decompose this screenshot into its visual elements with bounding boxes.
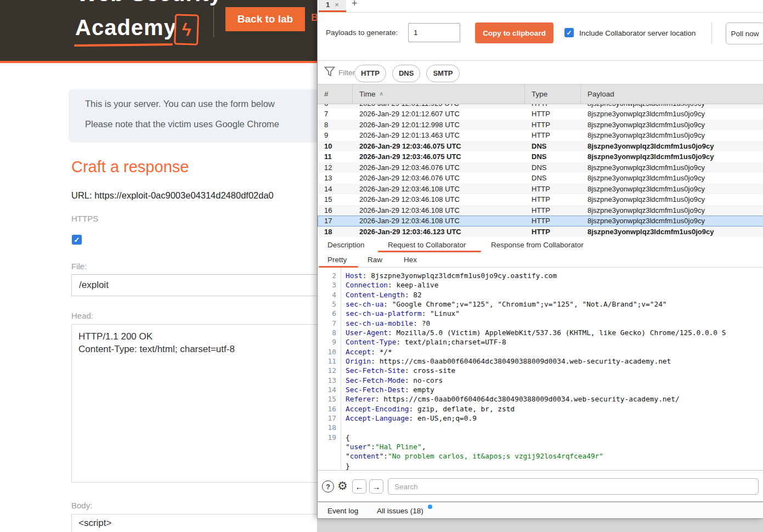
code-line: 9Content-Type: text/plain;charset=UTF-8 (318, 337, 763, 347)
code-line: 16Accept-Encoding: gzip, deflate, br, zs… (318, 404, 763, 414)
include-location-label: Include Collaborator server location (579, 29, 696, 37)
tab-response-from-collaborator[interactable]: Response from Collaborator (491, 241, 584, 249)
server-info-box (69, 89, 327, 143)
burp-collaborator-window: 1 × + Payloads to generate: 1 Copy to cl… (317, 0, 763, 519)
view-tabs: Pretty Raw Hex (318, 253, 763, 268)
collab-row-18[interactable]: 182026-Jan-29 12:03:46.123 UTCHTTP8jszpn… (318, 227, 763, 237)
collaborator-tab[interactable]: 1 × (319, 0, 346, 12)
code-line: 7sec-ch-ua-mobile: ?0 (318, 319, 763, 328)
code-line: 8User-Agent: Mozilla/5.0 (Victim) AppleW… (318, 328, 763, 337)
collab-row-6[interactable]: 62026-Jan-29 12:01:11.925 UTCHTTP8jszpne… (318, 104, 763, 109)
code-line: 2Host: 8jszpne3yonwplqz3ldcmfm1us0jo9cy.… (318, 271, 763, 280)
header-divider (213, 7, 214, 37)
collab-table-header: #Time∧TypePayload (318, 84, 763, 104)
close-icon[interactable]: × (335, 1, 339, 9)
filter-label: Filter (338, 69, 355, 77)
detail-tabs: Description Request to Collaborator Resp… (318, 237, 763, 253)
tabbar-divider (318, 12, 763, 13)
code-line: } (318, 461, 763, 471)
request-editor-lines[interactable]: 2Host: 8jszpne3yonwplqz3ldcmfm1us0jo9cy.… (318, 268, 763, 471)
payloads-label: Payloads to generate: (326, 29, 398, 37)
body-label: Body: (71, 501, 92, 510)
poll-now-button[interactable]: Poll now (726, 22, 763, 44)
code-line: 15Referer: https://cms-0aab00f604064dc38… (318, 394, 763, 404)
back-to-lab-button[interactable]: Back to lab (225, 7, 305, 31)
collab-row-11[interactable]: 112026-Jan-29 12:03:46.075 UTCDNS8jszpne… (318, 151, 763, 162)
clipped-row-wrap: 62026-Jan-29 12:01:11.925 UTCHTTP8jszpne… (318, 104, 763, 109)
server-info-line2: Please note that the victim uses Google … (85, 119, 279, 129)
filter-pills: HTTPDNSSMTP (354, 65, 460, 82)
column-header-time[interactable]: Time∧ (353, 84, 525, 104)
tab-label: 1 (326, 1, 330, 9)
server-info-line1: This is your server. You can use the for… (85, 99, 275, 109)
column-header-type[interactable]: Type (525, 84, 581, 104)
back-arrow-button[interactable]: ← (352, 479, 366, 494)
collab-row-17[interactable]: 172026-Jan-29 12:03:46.108 UTCHTTP8jszpn… (318, 216, 763, 227)
issues-notification-dot (428, 505, 432, 509)
collab-row-8[interactable]: 82026-Jan-29 12:01:12.998 UTCHTTP8jszpne… (318, 120, 763, 131)
check-icon: ✓ (74, 236, 80, 244)
file-input[interactable]: /exploit (71, 274, 328, 296)
code-line: 18 (318, 423, 763, 432)
tab-raw[interactable]: Raw (368, 256, 382, 264)
payloads-input[interactable]: 1 (408, 23, 460, 42)
code-line: 17Accept-Language: en-US,en;q=0.9 (318, 414, 763, 423)
head-textarea[interactable]: HTTP/1.1 200 OK Content-Type: text/html;… (71, 324, 328, 483)
academy-logo: Academy (75, 15, 177, 40)
filter-pill-http[interactable]: HTTP (354, 65, 386, 82)
desktop-background-strip (317, 518, 763, 532)
gutter-divider (341, 268, 341, 471)
code-line: 6sec-ch-ua-platform: "Linux" (318, 309, 763, 318)
tab-description[interactable]: Description (327, 241, 365, 249)
collab-row-12[interactable]: 122026-Jan-29 12:03:46.076 UTCDNS8jszpne… (318, 162, 763, 173)
https-checkbox[interactable]: ✓ (72, 235, 82, 245)
check-icon: ✓ (566, 29, 572, 37)
column-header-num[interactable]: # (318, 84, 353, 104)
collab-row-13[interactable]: 132026-Jan-29 12:03:46.076 UTCDNS8jszpne… (318, 173, 763, 184)
academy-logo-top-line: Web Security (77, 0, 222, 6)
code-line: 3Connection: keep-alive (318, 280, 763, 290)
forward-arrow-button[interactable]: → (369, 479, 383, 494)
toolbar-divider (318, 60, 763, 61)
collab-row-10[interactable]: 102026-Jan-29 12:03:46.075 UTCDNS8jszpne… (318, 141, 763, 152)
help-icon[interactable]: ? (322, 480, 334, 493)
collab-row-9[interactable]: 92026-Jan-29 12:01:13.463 UTCHTTP8jszpne… (318, 130, 763, 141)
search-input[interactable] (388, 478, 759, 495)
screen: Web Security Academy ϟ Back to lab B Thi… (0, 0, 763, 532)
collab-table-body: 62026-Jan-29 12:01:11.925 UTCHTTP8jszpne… (318, 104, 763, 237)
collab-row-14[interactable]: 142026-Jan-29 12:03:46.108 UTCHTTP8jszpn… (318, 184, 763, 195)
body-textarea[interactable]: <script> (71, 514, 328, 532)
code-line: "content":"No problem carlos, it&apos;s … (318, 451, 763, 461)
gear-icon[interactable]: ⚙ (337, 479, 348, 493)
code-line: 11Origin: https://cms-0aab00f604064dc380… (318, 356, 763, 366)
status-bar: Event log All issues (18) (318, 501, 763, 518)
code-line: 14Sec-Fetch-Dest: empty (318, 385, 763, 394)
event-log-button[interactable]: Event log (327, 507, 358, 515)
new-tab-button[interactable]: + (352, 0, 358, 9)
tab-request-to-collaborator[interactable]: Request to Collaborator (388, 241, 466, 249)
tab-pretty[interactable]: Pretty (327, 256, 347, 264)
all-issues-button[interactable]: All issues (18) (377, 507, 423, 515)
sort-ascending-icon: ∧ (380, 90, 383, 97)
column-header-payload[interactable]: Payload (581, 84, 763, 104)
include-location-checkbox[interactable]: ✓ (564, 28, 574, 37)
toolbar-separator (711, 22, 712, 44)
collab-row-7[interactable]: 72026-Jan-29 12:01:12.607 UTCHTTP8jszpne… (318, 109, 763, 120)
tab-hex[interactable]: Hex (404, 256, 417, 264)
code-line: 5sec-ch-ua: "Google Chrome";v="125", "Ch… (318, 299, 763, 309)
code-line: 4Content-Length: 82 (318, 290, 763, 299)
collab-row-16[interactable]: 162026-Jan-29 12:03:46.108 UTCHTTP8jszpn… (318, 205, 763, 216)
collab-row-15[interactable]: 152026-Jan-29 12:03:46.108 UTCHTTP8jszpn… (318, 194, 763, 205)
filter-pill-smtp[interactable]: SMTP (426, 65, 459, 82)
head-label: Head: (71, 311, 93, 320)
lightning-icon: ϟ (174, 14, 199, 46)
filter-icon (324, 66, 335, 79)
filter-pill-dns[interactable]: DNS (392, 65, 420, 82)
https-label: HTTPS (71, 214, 98, 223)
code-line: "user":"Hal Pline", (318, 442, 763, 451)
page-title: Craft a response (71, 158, 189, 176)
code-line: 10Accept: */* (318, 347, 763, 356)
code-line: 12Sec-Fetch-Site: cross-site (318, 366, 763, 375)
active-tab-underline (378, 251, 481, 252)
copy-to-clipboard-button[interactable]: Copy to clipboard (475, 22, 553, 43)
